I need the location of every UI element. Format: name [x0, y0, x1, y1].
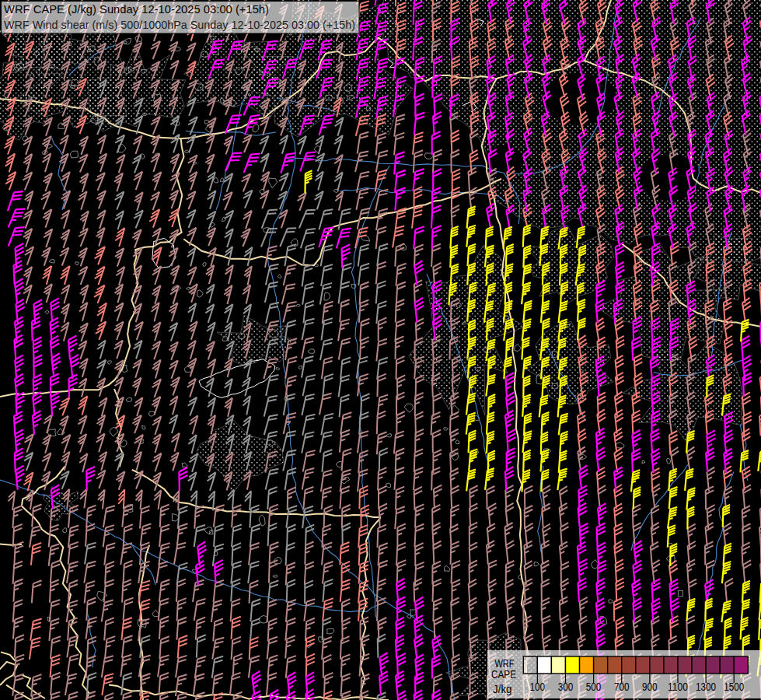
- svg-text:1500: 1500: [724, 681, 744, 693]
- svg-text:WRF Wind shear (m/s) 500/1000h: WRF Wind shear (m/s) 500/1000hPa Sunday …: [4, 19, 355, 31]
- svg-text:100: 100: [530, 681, 546, 693]
- svg-text:1100: 1100: [668, 681, 688, 693]
- svg-text:300: 300: [558, 681, 574, 693]
- svg-text:WRF CAPE (J/kg) Sunday 12-10-2: WRF CAPE (J/kg) Sunday 12-10-2025 03:00 …: [4, 3, 269, 16]
- svg-text:900: 900: [642, 681, 658, 693]
- svg-text:J/kg: J/kg: [493, 683, 512, 695]
- svg-text:500: 500: [586, 681, 602, 693]
- svg-text:CAPE: CAPE: [491, 668, 516, 681]
- svg-text:1300: 1300: [696, 681, 716, 693]
- svg-text:700: 700: [614, 681, 630, 693]
